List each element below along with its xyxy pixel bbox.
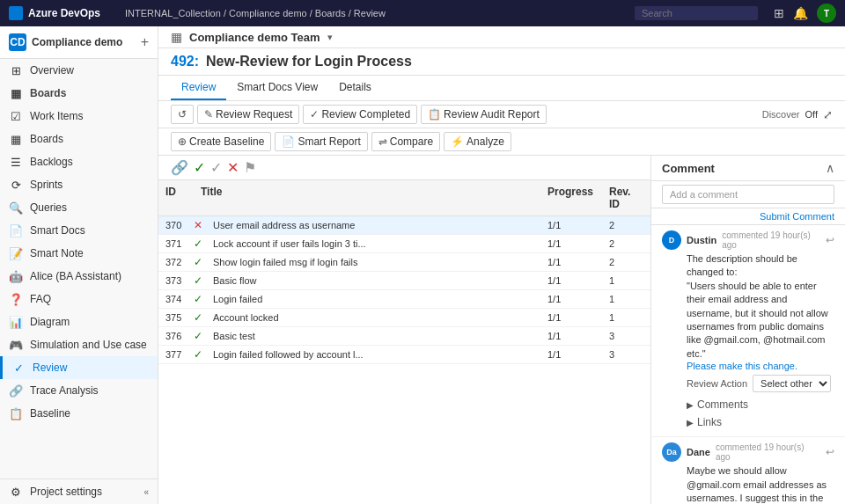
compare-label: Compare	[390, 135, 433, 148]
review-audit-report-button[interactable]: 📋 Review Audit Report	[421, 105, 547, 124]
comment-item: Da Dane commented 19 hour(s) ago ↩ Maybe…	[651, 437, 845, 504]
row-id: 370	[158, 218, 194, 232]
smart-note-icon: 📝	[9, 246, 23, 260]
row-id: 373	[158, 274, 194, 288]
expand-icon[interactable]: ⤢	[823, 108, 833, 121]
sidebar-project: CD Compliance demo	[9, 33, 122, 51]
sidebar-label: Alice (BA Assistant)	[30, 270, 121, 282]
sidebar-footer: ⚙ Project settings «	[0, 478, 158, 504]
search-input[interactable]	[635, 6, 758, 20]
flag-icon[interactable]: ⚑	[244, 159, 256, 176]
project-header: ▦ Compliance demo Team ▾	[158, 26, 845, 48]
right-pane: Comment ∧ Add a comment Submit Comment D…	[651, 156, 845, 504]
table-row[interactable]: 371 ✓ Lock account if user fails login 3…	[158, 235, 650, 253]
row-progress: 1/1	[540, 329, 602, 343]
azure-devops-icon	[9, 6, 23, 20]
sidebar-item-boards-header[interactable]: ▦ Boards	[0, 82, 158, 105]
comment-actions: ↩	[826, 446, 834, 458]
topbar-title: Azure DevOps	[28, 7, 100, 19]
add-comment-input[interactable]: Add a comment	[662, 185, 834, 204]
link-icon[interactable]: 🔗	[171, 159, 188, 176]
links-collapsible[interactable]: ▶ Links	[662, 413, 834, 431]
sidebar-item-alice[interactable]: 🤖 Alice (BA Assistant)	[0, 265, 158, 288]
review-action-select[interactable]: Select other Approved Rejected	[753, 375, 831, 392]
table-row[interactable]: 370 ✕ User email address as username 1/1…	[158, 216, 650, 235]
discover-label: Discover	[762, 109, 800, 120]
sidebar-item-work-items[interactable]: ☑ Work Items	[0, 105, 158, 128]
row-progress: 1/1	[540, 218, 602, 232]
sidebar-label: Diagram	[30, 316, 70, 328]
avatar[interactable]: T	[817, 4, 836, 23]
sidebar-label: Sprints	[30, 179, 62, 191]
review-request-button[interactable]: ✎ Review Request	[197, 105, 299, 124]
add-project-button[interactable]: +	[141, 34, 149, 50]
sidebar-header: CD Compliance demo +	[0, 26, 158, 59]
table-row[interactable]: 373 ✓ Basic flow 1/1 1	[158, 272, 650, 290]
table-row[interactable]: 374 ✓ Login failed 1/1 1	[158, 290, 650, 309]
approve-icon[interactable]: ✓	[194, 159, 205, 176]
reject-icon[interactable]: ✕	[227, 159, 239, 176]
sidebar-item-baseline[interactable]: 📋 Baseline	[0, 402, 158, 425]
check-small-icon[interactable]: ✓	[210, 159, 222, 176]
compare-button[interactable]: ⇌ Compare	[371, 132, 440, 151]
sidebar-item-sprints[interactable]: ⟳ Sprints	[0, 173, 158, 196]
comments-label: Comments	[697, 398, 748, 411]
table-row[interactable]: 372 ✓ Show login failed msg if login fai…	[158, 253, 650, 272]
project-header-chevron[interactable]: ▾	[327, 32, 333, 43]
grid-icon[interactable]: ⊞	[774, 6, 784, 20]
comment-time: commented 19 hour(s) ago	[722, 230, 820, 250]
sprints-icon: ⟳	[9, 178, 23, 192]
submit-comment-button[interactable]: Submit Comment	[760, 211, 834, 222]
row-revid: 3	[602, 329, 650, 343]
bell-icon[interactable]: 🔔	[793, 6, 808, 20]
comments-collapsible[interactable]: ▶ Comments	[662, 396, 834, 413]
sidebar-item-smart-docs[interactable]: 📄 Smart Docs	[0, 219, 158, 242]
sidebar-item-boards[interactable]: ▦ Boards	[0, 128, 158, 150]
comment-collapse-button[interactable]: ∧	[826, 161, 834, 175]
analyze-button[interactable]: ⚡ Analyze	[444, 132, 511, 151]
table-row[interactable]: 377 ✓ Login failed followed by account l…	[158, 346, 650, 364]
create-baseline-button[interactable]: ⊕ Create Baseline	[171, 132, 271, 151]
tab-smart-docs-view[interactable]: Smart Docs View	[226, 76, 328, 100]
tab-review[interactable]: Review	[171, 76, 226, 100]
links-label: Links	[697, 416, 722, 428]
sidebar-item-trace-analysis[interactable]: 🔗 Trace Analysis	[0, 379, 158, 402]
sidebar-item-diagram[interactable]: 📊 Diagram	[0, 310, 158, 333]
sidebar-label: Baseline	[30, 407, 70, 420]
table-header: ID Title Progress Rev. ID	[158, 180, 650, 216]
reply-icon[interactable]: ↩	[826, 234, 834, 246]
review-icon: ✓	[11, 361, 26, 375]
collapse-icon[interactable]: «	[143, 487, 149, 497]
sidebar-item-smart-note[interactable]: 📝 Smart Note	[0, 242, 158, 265]
sidebar-label: Work Items	[30, 110, 83, 122]
row-progress: 1/1	[540, 237, 602, 251]
table-row[interactable]: 376 ✓ Basic test 1/1 3	[158, 327, 650, 346]
tab-details[interactable]: Details	[328, 76, 382, 100]
review-completed-icon: ✓	[310, 108, 319, 121]
overview-icon: ⊞	[9, 63, 23, 77]
please-make-change-link[interactable]: Please make this change.	[687, 361, 834, 371]
comment-title: Comment	[662, 162, 715, 175]
sidebar-item-backlogs[interactable]: ☰ Backlogs	[0, 150, 158, 173]
sidebar-item-simulation[interactable]: 🎮 Simulation and Use case	[0, 333, 158, 356]
work-items-icon: ☑	[9, 109, 23, 123]
comment-avatar: Da	[662, 442, 681, 462]
sidebar-item-overview[interactable]: ⊞ Overview	[0, 59, 158, 82]
reply-icon[interactable]: ↩	[826, 446, 834, 458]
sidebar-item-review[interactable]: ✓ Review	[0, 356, 158, 379]
row-title: Login failed followed by account l...	[209, 347, 540, 362]
sidebar-item-queries[interactable]: 🔍 Queries	[0, 196, 158, 219]
review-action-row: Review Action Select other Approved Reje…	[662, 371, 834, 396]
project-settings-item[interactable]: ⚙ Project settings «	[0, 479, 158, 504]
analyze-icon: ⚡	[451, 135, 464, 148]
sidebar-item-faq[interactable]: ❓ FAQ	[0, 288, 158, 310]
table-row[interactable]: 375 ✓ Account locked 1/1 1	[158, 309, 650, 327]
work-item-id: 492:	[171, 54, 199, 69]
review-completed-button[interactable]: ✓ Review Completed	[303, 105, 417, 124]
row-progress: 1/1	[540, 310, 602, 325]
smart-report-button[interactable]: 📄 Smart Report	[275, 132, 367, 151]
discover-toggle[interactable]: Off	[805, 109, 818, 120]
topbar-icons: ⊞ 🔔 T	[774, 4, 836, 23]
refresh-button[interactable]: ↺	[171, 105, 194, 124]
row-revid: 1	[602, 310, 650, 325]
